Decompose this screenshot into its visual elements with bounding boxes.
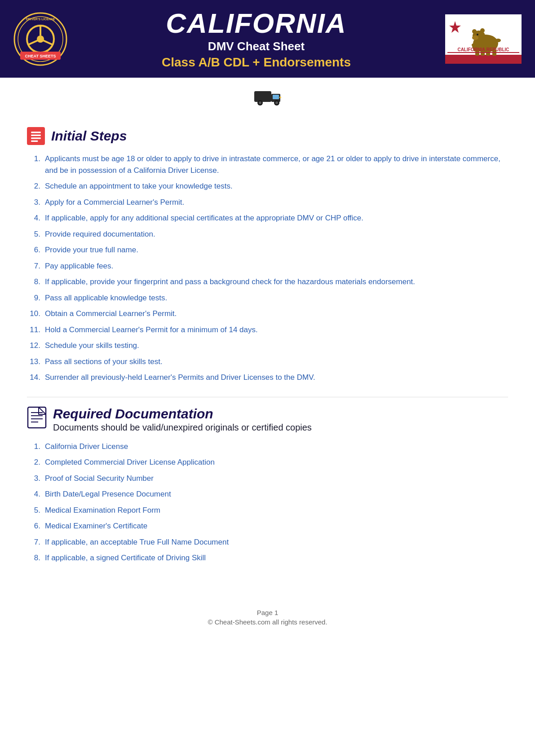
step-text: Provide your true full name. [45, 244, 138, 256]
list-item: 6.Provide your true full name. [27, 244, 508, 256]
step-number: 14. [27, 372, 40, 383]
doc-text: Medical Examiner's Certificate [45, 520, 147, 532]
svg-rect-40 [28, 407, 46, 428]
step-text: Pass all applicable knowledge tests. [45, 292, 167, 304]
svg-point-25 [495, 39, 501, 42]
list-item: 6.Medical Examiner's Certificate [27, 520, 508, 532]
list-item: 1.Applicants must be age 18 or older to … [27, 153, 508, 176]
svg-text:CHEAT SHEETS: CHEAT SHEETS [25, 54, 56, 58]
doc-number: 5. [27, 505, 40, 516]
initial-steps-title: Initial Steps [51, 128, 127, 144]
step-text: Obtain a Commercial Learner's Permit. [45, 308, 177, 320]
footer: Page 1 © Cheat-Sheets.com all rights res… [0, 595, 535, 635]
footer-copyright: © Cheat-Sheets.com all rights reserved. [0, 618, 535, 626]
svg-rect-28 [254, 91, 271, 102]
list-item: 7.If applicable, an acceptable True Full… [27, 536, 508, 548]
list-item: 3.Proof of Social Security Number [27, 473, 508, 484]
main-content: Initial Steps 1.Applicants must be age 1… [0, 114, 535, 595]
list-item: 1.California Driver License [27, 441, 508, 453]
step-text: Pass all sections of your skills test. [45, 356, 163, 368]
step-text: Schedule an appointment to take your kno… [45, 180, 233, 192]
step-number: 7. [27, 260, 40, 272]
step-number: 3. [27, 197, 40, 208]
list-item: 14.Surrender all previously-held Learner… [27, 372, 508, 383]
step-number: 10. [27, 308, 40, 320]
step-number: 5. [27, 229, 40, 240]
required-docs-title: Required Documentation [53, 406, 312, 422]
list-item: 5.Medical Examination Report Form [27, 505, 508, 516]
doc-text: If applicable, a signed Certificate of D… [45, 552, 206, 564]
svg-point-16 [480, 28, 485, 33]
list-item: 4.If applicable, apply for any additiona… [27, 212, 508, 224]
doc-text: If applicable, an acceptable True Full N… [45, 536, 229, 548]
svg-rect-38 [31, 137, 41, 139]
list-item: 5.Provide required documentation. [27, 229, 508, 240]
list-item: 10.Obtain a Commercial Learner's Permit. [27, 308, 508, 320]
doc-text: Proof of Social Security Number [45, 473, 154, 484]
svg-point-32 [259, 101, 261, 104]
svg-text:DRIVER'S LICENSE: DRIVER'S LICENSE [26, 18, 55, 21]
step-number: 6. [27, 244, 40, 256]
list-item: 2.Schedule an appointment to take your k… [27, 180, 508, 192]
page-header: DRIVER'S LICENSE CHEAT SHEETS CALIFORNIA… [0, 0, 535, 78]
list-item: 8.If applicable, a signed Certificate of… [27, 552, 508, 564]
list-item: 4.Birth Date/Legal Presence Document [27, 488, 508, 500]
required-docs-subtitle: Documents should be valid/unexpired orig… [53, 422, 312, 433]
doc-number: 1. [27, 441, 40, 453]
required-docs-list: 1.California Driver License2.Completed C… [27, 441, 508, 564]
svg-rect-30 [273, 95, 279, 99]
required-docs-header: Required Documentation Documents should … [27, 406, 508, 439]
step-text: Provide required documentation. [45, 229, 155, 240]
doc-text: California Driver License [45, 441, 128, 453]
svg-point-35 [279, 97, 281, 98]
initial-steps-list: 1.Applicants must be age 18 or older to … [27, 153, 508, 383]
step-number: 11. [27, 324, 40, 336]
step-text: Pay applicable fees. [45, 260, 113, 272]
section-divider [27, 397, 508, 397]
step-text: Applicants must be age 18 or older to ap… [45, 153, 508, 176]
list-item: 8.If applicable, provide your fingerprin… [27, 276, 508, 288]
step-text: Surrender all previously-held Learner's … [45, 372, 315, 383]
step-text: Schedule your skills testing. [45, 340, 139, 352]
step-number: 13. [27, 356, 40, 368]
list-item: 3.Apply for a Commercial Learner's Permi… [27, 197, 508, 208]
svg-rect-11 [445, 55, 522, 64]
list-item: 13.Pass all sections of your skills test… [27, 356, 508, 368]
truck-icon [252, 86, 283, 110]
footer-page: Page 1 [0, 609, 535, 616]
header-class: Class A/B CDL + Endorsements [76, 55, 436, 70]
doc-text: Medical Examination Report Form [45, 505, 160, 516]
step-number: 12. [27, 340, 40, 352]
svg-point-15 [472, 29, 477, 34]
step-text: Apply for a Commercial Learner's Permit. [45, 197, 184, 208]
step-number: 2. [27, 180, 40, 192]
doc-number: 4. [27, 488, 40, 500]
doc-header-text: Required Documentation Documents should … [53, 406, 312, 439]
step-text: If applicable, apply for any additional … [45, 212, 363, 224]
list-item: 9.Pass all applicable knowledge tests. [27, 292, 508, 304]
list-item: 12.Schedule your skills testing. [27, 340, 508, 352]
step-number: 8. [27, 276, 40, 288]
doc-number: 3. [27, 473, 40, 484]
svg-text:CALIFORNIA REPUBLIC: CALIFORNIA REPUBLIC [457, 47, 509, 52]
header-title: CALIFORNIA [76, 8, 436, 39]
list-item: 11.Hold a Commercial Learner's Permit fo… [27, 324, 508, 336]
doc-number: 8. [27, 552, 40, 564]
california-flag: CALIFORNIA REPUBLIC [445, 14, 522, 64]
svg-point-3 [37, 35, 44, 43]
header-subtitle: DMV Cheat Sheet [76, 40, 436, 53]
step-number: 1. [27, 153, 40, 176]
svg-rect-37 [31, 135, 41, 136]
doc-icon [27, 406, 47, 431]
svg-point-17 [472, 35, 478, 40]
truck-section [0, 78, 535, 114]
initial-steps-icon [27, 127, 45, 145]
doc-number: 2. [27, 457, 40, 468]
step-number: 4. [27, 212, 40, 224]
list-item: 7.Pay applicable fees. [27, 260, 508, 272]
doc-text: Birth Date/Legal Presence Document [45, 488, 171, 500]
svg-rect-36 [31, 132, 41, 133]
svg-point-34 [275, 101, 278, 104]
doc-number: 7. [27, 536, 40, 548]
list-item: 2.Completed Commercial Driver License Ap… [27, 457, 508, 468]
